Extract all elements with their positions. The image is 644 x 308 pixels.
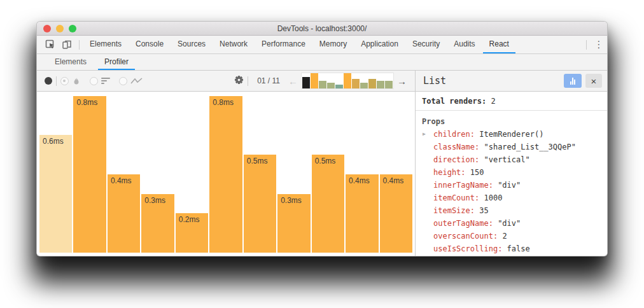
ranked-radio[interactable] (90, 77, 98, 85)
prop-row-overscancount: overscanCount: 2 (416, 230, 607, 242)
close-window-button[interactable] (43, 25, 51, 32)
props-header: Props (416, 111, 607, 128)
commit-bar[interactable]: 0.5ms (244, 155, 276, 253)
total-renders-label: Total renders: (422, 97, 486, 106)
ranked-icon (101, 78, 110, 84)
prop-row-itemcount: itemCount: 1000 (416, 192, 607, 204)
prop-value: 1000 (479, 193, 502, 202)
tab-memory[interactable]: Memory (313, 36, 353, 53)
view-chart-button[interactable] (564, 74, 582, 88)
commit-bar[interactable]: 0.4ms (380, 174, 412, 253)
selected-component-header: List × (415, 71, 607, 92)
commit-position-label: 01 / 11 (257, 76, 280, 85)
commit-bar[interactable]: 0.3ms (141, 194, 174, 253)
devtools-tabs: ElementsConsoleSourcesNetworkPerformance… (83, 36, 517, 53)
commit-bar-label: 0.4ms (349, 176, 370, 185)
inspect-element-icon[interactable] (42, 36, 59, 53)
prop-key: children: (433, 130, 475, 139)
react-subtabbar: ElementsProfiler (37, 54, 607, 71)
record-icon[interactable] (45, 77, 52, 85)
prop-value: false (502, 244, 529, 253)
more-options-icon[interactable]: ⋮ (591, 36, 607, 53)
next-commit-icon[interactable]: → (397, 76, 407, 87)
prop-key: className: (433, 143, 479, 151)
minichart-bar[interactable] (377, 81, 384, 88)
commit-selector-minichart[interactable] (301, 73, 394, 89)
minichart-bar[interactable] (335, 85, 343, 88)
minichart-bar[interactable] (344, 73, 351, 88)
tab-network[interactable]: Network (213, 36, 254, 53)
commit-bar-label: 0.3ms (281, 196, 302, 205)
flamegraph-view-option[interactable] (60, 76, 81, 86)
interactions-radio[interactable] (119, 77, 127, 85)
tab-sources[interactable]: Sources (171, 36, 212, 53)
gear-icon[interactable] (234, 75, 244, 87)
minichart-bar[interactable] (352, 79, 360, 88)
minichart-bar[interactable] (319, 81, 326, 88)
zoom-window-button[interactable] (69, 25, 76, 32)
tab-elements[interactable]: Elements (83, 36, 128, 53)
device-toolbar-icon[interactable] (59, 36, 75, 53)
expand-icon[interactable]: ▶ (423, 128, 426, 141)
prop-row-classname: className: "shared_List__3QQeP" (416, 141, 607, 153)
tab-audits[interactable]: Audits (447, 36, 481, 53)
desktop-background: DevTools - localhost:3000/ ElementsConso… (0, 0, 644, 308)
commit-bar-label: 0.4ms (383, 176, 404, 185)
commit-bar[interactable]: 0.2ms (176, 213, 208, 253)
divider (79, 40, 80, 50)
prop-key: height: (433, 168, 466, 177)
commit-bar-label: 0.4ms (111, 176, 132, 185)
titlebar: DevTools - localhost:3000/ (37, 22, 607, 36)
prop-row-useisscrolling: useIsScrolling: false (416, 242, 607, 255)
tab-react[interactable]: React (483, 36, 515, 53)
tab-performance[interactable]: Performance (255, 36, 312, 53)
prop-value: "vertical" (479, 155, 529, 164)
close-panel-button[interactable]: × (585, 74, 602, 88)
prop-value: 35 (475, 206, 489, 215)
prop-key: overscanCount: (433, 232, 498, 241)
prop-row-direction: direction: "vertical" (416, 153, 607, 166)
toolbar-row: 01 / 11 ← → List × (37, 71, 607, 92)
commit-bar[interactable]: 0.3ms (277, 194, 310, 253)
interactions-view-option[interactable] (119, 77, 143, 85)
commit-bar-label: 0.6ms (43, 137, 64, 146)
tab-console[interactable]: Console (129, 36, 170, 53)
divider (56, 76, 57, 86)
commit-bar[interactable]: 0.8ms (73, 96, 106, 253)
minichart-bar[interactable] (311, 73, 318, 88)
prev-commit-icon[interactable]: ← (288, 76, 298, 87)
minichart-bar[interactable] (360, 83, 368, 88)
minimize-window-button[interactable] (56, 25, 64, 32)
divider (586, 40, 587, 50)
commit-bar[interactable]: 0.8ms (209, 96, 242, 253)
commit-bar[interactable]: 0.5ms (312, 155, 344, 253)
prop-key: outerTagName: (433, 219, 493, 228)
traffic-lights (43, 25, 76, 32)
prop-row-width: width: 300 (416, 255, 607, 256)
minichart-bar[interactable] (385, 81, 393, 88)
prop-key: innerTagName: (433, 181, 493, 190)
window-title: DevTools - localhost:3000/ (277, 24, 367, 33)
flamegraph-radio[interactable] (60, 77, 69, 85)
minichart-bar[interactable] (327, 83, 335, 88)
prop-row-outertagname: outerTagName: "div" (416, 217, 607, 230)
commit-bar[interactable]: 0.4ms (346, 174, 378, 253)
ranked-view-option[interactable] (90, 77, 110, 85)
prop-key: direction: (433, 155, 479, 164)
minichart-bar[interactable] (368, 79, 376, 88)
prop-row-children: ▶children: ItemRenderer() (416, 128, 607, 141)
tab-security[interactable]: Security (406, 36, 446, 53)
minichart-bar[interactable] (302, 77, 310, 88)
subtab-elements[interactable]: Elements (48, 54, 93, 70)
commit-bar-label: 0.8ms (213, 98, 234, 107)
commit-bar[interactable]: 0.4ms (108, 174, 140, 253)
devtools-window: DevTools - localhost:3000/ ElementsConso… (36, 21, 608, 256)
tab-application[interactable]: Application (354, 36, 405, 53)
commit-bar-label: 0.5ms (315, 157, 336, 165)
commit-bar-label: 0.3ms (144, 196, 165, 205)
subtab-profiler[interactable]: Profiler (98, 54, 135, 70)
commit-bar-label: 0.8ms (76, 98, 97, 107)
props-list: ▶children: ItemRenderer()className: "sha… (416, 128, 607, 256)
commit-bar[interactable]: 0.6ms (39, 135, 72, 253)
prop-value: "shared_List__3QQeP" (479, 143, 576, 151)
